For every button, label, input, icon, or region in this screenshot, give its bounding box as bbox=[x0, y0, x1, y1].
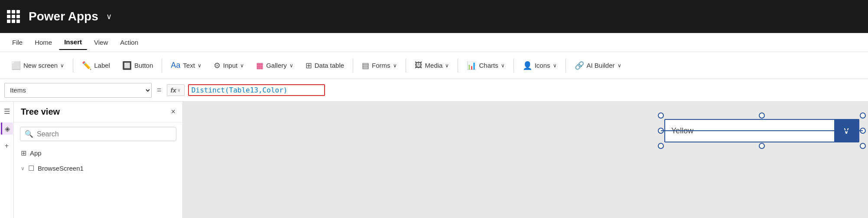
sidebar-menu-icon[interactable]: ☰ bbox=[1, 105, 13, 117]
gallery-button[interactable]: ▦ Gallery ∨ bbox=[250, 57, 299, 74]
label-button[interactable]: ✏️ Label bbox=[76, 57, 116, 74]
equals-sign: = bbox=[157, 86, 162, 95]
media-button[interactable]: 🖼 Media ∨ bbox=[409, 57, 455, 73]
gallery-icon: ▦ bbox=[256, 61, 263, 70]
menu-action[interactable]: Action bbox=[115, 35, 143, 50]
fx-button[interactable]: fx ∨ bbox=[167, 84, 185, 96]
toolbar-divider-7 bbox=[566, 59, 566, 73]
text-icon: Aa bbox=[171, 61, 180, 70]
tree-title: Tree view bbox=[21, 107, 60, 117]
app-icon: ⊞ bbox=[21, 149, 26, 157]
toolbar: ⬜ New screen ∨ ✏️ Label 🔲 Button Aa Text… bbox=[0, 52, 868, 79]
menu-file[interactable]: File bbox=[7, 35, 28, 50]
control-point-ml[interactable] bbox=[658, 128, 664, 134]
dropdown-arrow-button[interactable]: ∨ bbox=[834, 120, 858, 142]
toolbar-divider-6 bbox=[514, 59, 514, 73]
control-point-bm[interactable] bbox=[759, 143, 765, 149]
search-icon: 🔍 bbox=[25, 130, 33, 138]
sidebar-layers-icon[interactable]: ◈ bbox=[1, 122, 13, 135]
input-button[interactable]: ⚙ Input ∨ bbox=[208, 57, 250, 74]
tree-item-browse-screen[interactable]: ∨ ☐ BrowseScreen1 bbox=[14, 161, 182, 176]
toolbar-divider-3 bbox=[353, 59, 353, 73]
new-screen-button[interactable]: ⬜ New screen ∨ bbox=[5, 57, 70, 74]
main-area: ☰ ◈ + Tree view × 🔍 ⊞ App ∨ ☐ BrowseScre… bbox=[0, 102, 868, 218]
text-button[interactable]: Aa Text ∨ bbox=[165, 57, 208, 73]
menu-bar: File Home Insert View Action bbox=[0, 33, 868, 52]
icons-icon: 👤 bbox=[523, 61, 532, 70]
data-table-button[interactable]: ⊞ Data table bbox=[299, 57, 350, 74]
dropdown-widget[interactable]: Yellow ∨ bbox=[664, 119, 859, 142]
new-screen-icon: ⬜ bbox=[11, 61, 21, 70]
control-point-tl[interactable] bbox=[658, 112, 664, 119]
property-dropdown[interactable]: Items bbox=[4, 83, 152, 98]
chevron-down-icon: ∨ bbox=[21, 165, 25, 172]
control-point-tm[interactable] bbox=[759, 112, 765, 119]
forms-button[interactable]: ▤ Forms ∨ bbox=[356, 57, 403, 74]
top-bar: Power Apps ∨ bbox=[0, 0, 868, 33]
data-table-icon: ⊞ bbox=[306, 61, 312, 70]
charts-icon: 📊 bbox=[467, 61, 476, 70]
tree-header: Tree view × bbox=[14, 102, 182, 122]
toolbar-divider-1 bbox=[73, 59, 73, 73]
formula-input[interactable] bbox=[192, 86, 322, 94]
forms-icon: ▤ bbox=[362, 61, 369, 70]
tree-panel: Tree view × 🔍 ⊞ App ∨ ☐ BrowseScreen1 bbox=[14, 102, 183, 218]
tree-search-input[interactable] bbox=[37, 130, 172, 138]
menu-view[interactable]: View bbox=[89, 35, 113, 50]
left-sidebar: ☰ ◈ + bbox=[0, 102, 14, 218]
formula-bar: Items = fx ∨ bbox=[0, 79, 868, 102]
ai-builder-button[interactable]: 🔗 AI Builder ∨ bbox=[569, 57, 627, 74]
control-point-tr[interactable] bbox=[860, 112, 866, 119]
toolbar-divider-4 bbox=[406, 59, 406, 73]
charts-button[interactable]: 📊 Charts ∨ bbox=[461, 57, 510, 74]
tree-item-app[interactable]: ⊞ App bbox=[14, 145, 182, 161]
ai-builder-icon: 🔗 bbox=[575, 61, 584, 70]
toolbar-divider-5 bbox=[458, 59, 458, 73]
button-button[interactable]: 🔲 Button bbox=[116, 57, 159, 74]
input-icon: ⚙ bbox=[214, 61, 221, 70]
app-chevron-icon[interactable]: ∨ bbox=[106, 12, 112, 21]
dropdown-inner: Yellow ∨ bbox=[664, 119, 859, 142]
tree-close-button[interactable]: × bbox=[171, 107, 176, 116]
formula-input-box[interactable] bbox=[188, 84, 325, 96]
button-icon: 🔲 bbox=[122, 61, 132, 70]
dropdown-chevron-icon: ∨ bbox=[843, 125, 850, 136]
control-point-br[interactable] bbox=[860, 143, 866, 149]
screen-icon: ☐ bbox=[28, 164, 34, 172]
canvas-area: Yellow ∨ bbox=[183, 102, 868, 218]
menu-insert[interactable]: Insert bbox=[59, 35, 87, 50]
control-point-mr[interactable] bbox=[860, 128, 866, 134]
tree-search-box[interactable]: 🔍 bbox=[20, 127, 176, 141]
label-icon: ✏️ bbox=[82, 61, 91, 70]
control-point-bl[interactable] bbox=[658, 143, 664, 149]
app-title: Power Apps bbox=[29, 10, 98, 23]
dropdown-value: Yellow bbox=[665, 126, 834, 135]
media-icon: 🖼 bbox=[415, 61, 423, 70]
icons-button[interactable]: 👤 Icons ∨ bbox=[517, 57, 563, 74]
toolbar-divider-2 bbox=[162, 59, 162, 73]
menu-home[interactable]: Home bbox=[29, 35, 57, 50]
app-grid-icon[interactable] bbox=[7, 10, 20, 23]
sidebar-plus-icon[interactable]: + bbox=[1, 140, 13, 152]
